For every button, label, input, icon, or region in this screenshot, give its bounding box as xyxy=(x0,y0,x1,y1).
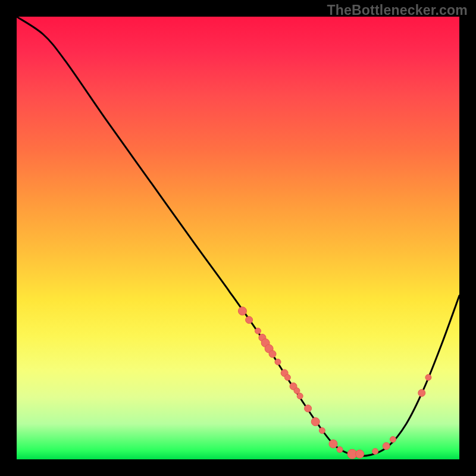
sample-marker xyxy=(390,437,396,443)
bottleneck-curve xyxy=(17,17,459,456)
sample-marker xyxy=(383,443,390,450)
sample-marker xyxy=(425,374,431,380)
sample-marker xyxy=(255,328,261,334)
sample-marker xyxy=(269,350,276,358)
sample-marker xyxy=(337,447,343,453)
sample-marker xyxy=(284,374,290,380)
sample-marker xyxy=(319,428,325,434)
sample-marker xyxy=(294,388,300,394)
sample-marker xyxy=(372,449,378,455)
sample-markers xyxy=(238,307,431,459)
sample-marker xyxy=(297,393,303,399)
sample-marker xyxy=(311,418,320,426)
sample-marker xyxy=(238,307,246,315)
sample-marker xyxy=(275,359,281,365)
curve-path xyxy=(17,17,459,456)
attribution-text: TheBottlenecker.com xyxy=(327,2,468,18)
sample-marker xyxy=(418,389,425,396)
chart-svg xyxy=(17,17,459,459)
chart-frame: TheBottlenecker.com xyxy=(0,0,476,476)
sample-marker xyxy=(329,440,337,448)
sample-marker xyxy=(246,317,253,324)
sample-marker xyxy=(305,405,312,412)
sample-marker xyxy=(356,450,364,458)
